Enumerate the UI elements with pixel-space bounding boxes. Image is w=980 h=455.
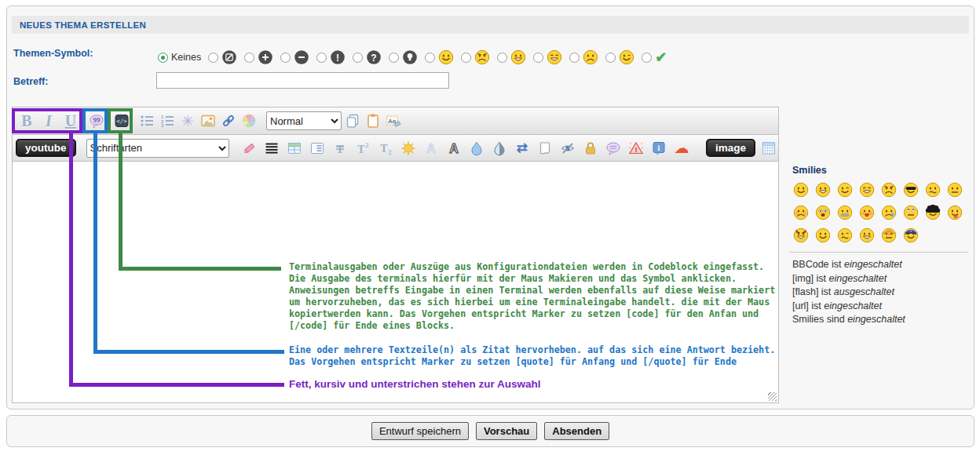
water-drop-button[interactable] (467, 137, 486, 159)
speech-bubble-button[interactable] (604, 137, 623, 159)
asterisk-button[interactable]: ✳ (178, 110, 197, 132)
smiley-mad-icon[interactable] (880, 181, 897, 198)
insert-image-button[interactable] (199, 110, 218, 132)
list-bullet-button[interactable] (137, 110, 156, 132)
list-bullet-icon (139, 113, 155, 129)
radio-bulb[interactable] (389, 53, 399, 63)
save-draft-button[interactable]: Entwurf speichern (371, 422, 469, 440)
warning-button[interactable]: ! (627, 137, 645, 159)
link-button[interactable] (219, 110, 238, 132)
smiley-zip-mouth-icon[interactable] (836, 204, 853, 220)
smiley-devil-icon[interactable] (792, 227, 809, 243)
smiley-love-icon[interactable] (858, 204, 875, 220)
italic-button[interactable]: I (38, 110, 59, 132)
smiley-cry-icon[interactable] (880, 204, 897, 220)
lock-button[interactable] (581, 137, 600, 159)
radio-plus[interactable] (244, 53, 254, 63)
info-button[interactable]: i (649, 137, 668, 159)
smiley-laughing-icon[interactable] (858, 181, 875, 198)
smiley-police-icon[interactable] (902, 227, 919, 243)
smiley-wink-icon[interactable] (836, 181, 853, 198)
radio-smile[interactable] (425, 53, 435, 63)
topic-symbol-option-bulb[interactable] (389, 49, 418, 65)
radio-exclaim[interactable] (316, 53, 327, 63)
paste-button[interactable] (364, 110, 382, 132)
radio-big-grin[interactable] (497, 53, 507, 63)
topic-symbol-option-wink[interactable] (605, 49, 634, 65)
copy-button[interactable] (343, 110, 362, 132)
water-drop-half-icon (492, 140, 507, 156)
smiley-doh-icon[interactable] (836, 227, 853, 243)
font-select[interactable]: Schriftarten (86, 139, 229, 158)
quote-button[interactable]: 99 (87, 110, 106, 132)
eye-slash-button[interactable] (558, 137, 577, 159)
preview-button[interactable]: Vorschau (476, 422, 537, 440)
link-icon (221, 113, 236, 129)
topic-symbol-option-none[interactable]: Keines (158, 52, 201, 63)
topic-symbol-option-minus[interactable] (280, 49, 309, 65)
topic-symbol-option-mad[interactable] (461, 49, 490, 65)
swap-arrows-button[interactable]: ⇄ (513, 137, 532, 159)
topic-symbol-option-laughing[interactable] (533, 49, 562, 65)
smiley-eek-icon[interactable] (814, 204, 831, 220)
smiley-roll-eyes-icon[interactable] (902, 204, 919, 220)
table-button[interactable] (285, 137, 304, 159)
radio-mad[interactable] (461, 53, 471, 63)
topic-symbol-option-exclaim[interactable]: ! (316, 49, 346, 65)
smiley-tongue-icon[interactable] (946, 204, 963, 220)
letter-glow-button[interactable]: A (422, 137, 441, 159)
smiley-grin-icon[interactable] (858, 227, 875, 243)
underline-button[interactable]: U (60, 110, 81, 132)
status-line: Smilies sind eingeschaltet (792, 313, 971, 327)
topic-symbol-option-check[interactable]: ✔ (642, 50, 667, 64)
message-textarea[interactable] (12, 162, 779, 403)
topic-symbol-option-smile[interactable] (425, 49, 454, 65)
panel-window-button[interactable] (308, 137, 327, 159)
sun-button[interactable] (399, 137, 418, 159)
smiley-cowboy-icon[interactable] (880, 227, 897, 243)
topic-symbol-option-sad[interactable] (569, 49, 598, 65)
superscript-button[interactable]: T2 (353, 137, 372, 159)
radio-edit[interactable] (208, 53, 218, 63)
smiley-hm-icon[interactable] (924, 181, 941, 198)
bold-button[interactable]: B (16, 110, 37, 132)
cloud-button[interactable]: ☁ (672, 137, 691, 159)
smiley-big-grin-icon[interactable] (814, 181, 831, 198)
topic-symbol-option-edit[interactable] (208, 49, 237, 65)
code-button[interactable]: </> (112, 110, 131, 132)
radio-wink[interactable] (605, 53, 616, 63)
submit-button[interactable]: Absenden (544, 422, 609, 440)
bold-icon: B (16, 112, 37, 130)
topic-symbol-option-question[interactable]: ? (353, 49, 382, 65)
grid-button[interactable] (759, 137, 778, 159)
smiley-blush-icon[interactable] (792, 204, 809, 220)
smiley-neutral-icon[interactable] (946, 181, 963, 198)
smiley-afro-icon[interactable] (924, 204, 941, 220)
align-lines-button[interactable] (262, 137, 281, 159)
text-bars-button[interactable]: T (331, 137, 349, 159)
paragraph-format-select[interactable]: Normal (266, 111, 342, 130)
radio-sad[interactable] (569, 53, 580, 63)
radio-check[interactable] (642, 53, 652, 63)
smiley-smile-icon[interactable] (792, 181, 809, 198)
resize-handle-icon[interactable] (768, 392, 777, 401)
remove-format-button[interactable]: Aa (384, 110, 403, 132)
topic-symbol-option-big-grin[interactable] (497, 49, 526, 65)
color-wheel-button[interactable] (240, 110, 258, 132)
smiley-cool-icon[interactable] (902, 181, 919, 198)
letter-outline-button[interactable]: A (444, 137, 463, 159)
subscript-button[interactable]: T2 (376, 137, 395, 159)
smiley-smirk-icon[interactable] (814, 227, 831, 243)
water-drop-half-button[interactable] (490, 137, 509, 159)
youtube-button[interactable]: youtube (16, 139, 76, 157)
subject-input[interactable] (156, 72, 449, 89)
topic-symbol-option-plus[interactable] (244, 49, 273, 65)
radio-minus[interactable] (280, 53, 291, 63)
image-button[interactable]: image (706, 139, 755, 157)
highlighter-button[interactable] (240, 137, 258, 159)
radio-none[interactable] (158, 53, 168, 63)
radio-question[interactable] (353, 53, 363, 63)
page-scroll-button[interactable] (536, 137, 554, 159)
list-numbered-button[interactable]: 123 (158, 110, 177, 132)
radio-laughing[interactable] (533, 53, 543, 63)
